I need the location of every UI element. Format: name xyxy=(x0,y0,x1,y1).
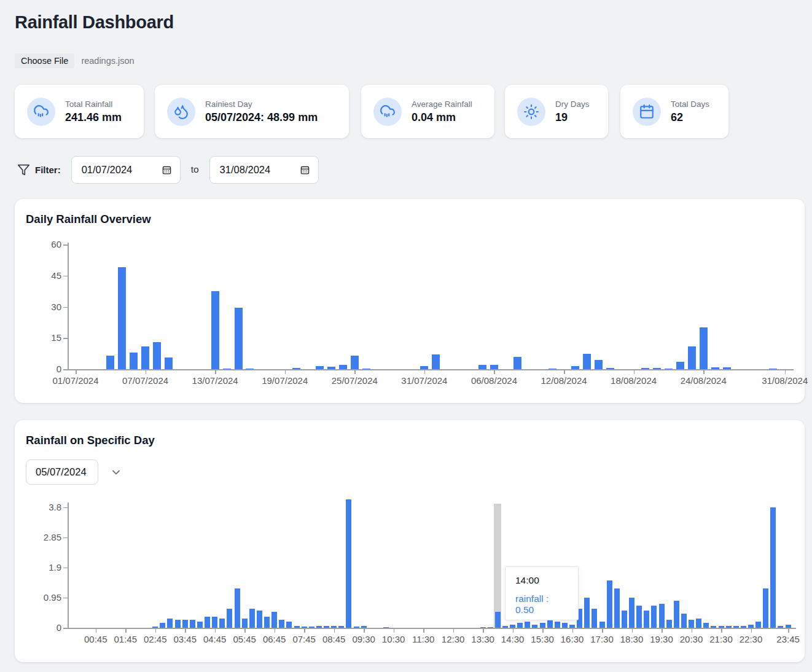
bar[interactable] xyxy=(641,368,649,369)
bar[interactable] xyxy=(480,627,486,628)
bar[interactable] xyxy=(653,368,661,369)
bar[interactable] xyxy=(562,623,568,628)
bar[interactable] xyxy=(292,368,300,369)
bar[interactable] xyxy=(548,369,556,369)
bar[interactable] xyxy=(665,369,673,369)
bar[interactable] xyxy=(583,354,591,369)
bar[interactable] xyxy=(271,612,277,628)
bar[interactable] xyxy=(362,369,370,369)
bar[interactable] xyxy=(733,626,739,628)
date-from-input[interactable]: 01/07/2024 xyxy=(71,156,181,184)
bar[interactable] xyxy=(167,619,173,628)
bar[interactable] xyxy=(324,626,329,628)
bar[interactable] xyxy=(591,609,597,628)
bar[interactable] xyxy=(689,620,694,628)
bar[interactable] xyxy=(279,620,284,628)
bar[interactable] xyxy=(106,356,114,369)
bar[interactable] xyxy=(327,367,335,369)
bar[interactable] xyxy=(622,611,627,628)
bar[interactable] xyxy=(286,622,292,628)
bar[interactable] xyxy=(338,626,344,628)
bar[interactable] xyxy=(666,620,672,628)
bar[interactable] xyxy=(257,611,262,628)
bar[interactable] xyxy=(302,627,307,628)
bar[interactable] xyxy=(696,619,701,628)
bar[interactable] xyxy=(525,622,530,628)
bar[interactable] xyxy=(346,499,351,628)
bar[interactable] xyxy=(141,346,149,369)
bar[interactable] xyxy=(490,365,498,369)
calendar-picker-icon[interactable] xyxy=(300,165,310,175)
bar[interactable] xyxy=(659,604,665,628)
bar[interactable] xyxy=(786,625,791,628)
bar[interactable] xyxy=(607,580,612,628)
bar[interactable] xyxy=(719,626,724,628)
bar[interactable] xyxy=(595,360,603,369)
bar[interactable] xyxy=(755,622,761,628)
bar[interactable] xyxy=(223,369,231,369)
bar[interactable] xyxy=(432,354,440,369)
bar[interactable] xyxy=(354,627,359,628)
bar[interactable] xyxy=(361,626,367,628)
bar[interactable] xyxy=(688,346,696,369)
bar[interactable] xyxy=(246,369,254,369)
bar[interactable] xyxy=(235,588,240,628)
bar[interactable] xyxy=(703,623,709,628)
bar[interactable] xyxy=(636,606,642,628)
bar[interactable] xyxy=(420,366,428,369)
bar[interactable] xyxy=(153,342,161,369)
bar[interactable] xyxy=(723,367,731,369)
bar[interactable] xyxy=(614,588,620,628)
bar[interactable] xyxy=(219,619,225,628)
bar[interactable] xyxy=(629,598,634,628)
bar[interactable] xyxy=(681,614,687,628)
bar[interactable] xyxy=(383,627,389,628)
bar[interactable] xyxy=(651,606,657,628)
bar[interactable] xyxy=(316,626,322,628)
bar[interactable] xyxy=(676,362,684,369)
bar[interactable] xyxy=(769,369,777,369)
bar[interactable] xyxy=(309,627,314,628)
bar[interactable] xyxy=(711,626,716,628)
bar[interactable] xyxy=(555,622,560,628)
bar[interactable] xyxy=(763,588,768,628)
bar[interactable] xyxy=(517,623,523,628)
bar[interactable] xyxy=(249,609,255,628)
bar[interactable] xyxy=(644,611,649,628)
bar[interactable] xyxy=(741,626,746,628)
bar[interactable] xyxy=(748,625,754,628)
bar[interactable] xyxy=(351,356,359,369)
bar[interactable] xyxy=(726,626,732,628)
calendar-picker-icon[interactable] xyxy=(162,165,172,175)
bar[interactable] xyxy=(339,365,347,369)
date-to-input[interactable]: 31/08/2024 xyxy=(209,156,319,184)
bar[interactable] xyxy=(227,609,232,628)
bar[interactable] xyxy=(540,623,545,628)
bar[interactable] xyxy=(182,620,188,628)
bar[interactable] xyxy=(478,365,486,369)
bar[interactable] xyxy=(502,626,508,628)
bar[interactable] xyxy=(513,357,521,369)
bar[interactable] xyxy=(331,626,337,628)
bar[interactable] xyxy=(510,625,515,628)
bar[interactable] xyxy=(599,622,605,628)
bar[interactable] xyxy=(674,601,679,628)
bar[interactable] xyxy=(152,627,158,628)
bar[interactable] xyxy=(571,366,579,369)
bar[interactable] xyxy=(778,626,783,628)
bar[interactable] xyxy=(242,619,248,628)
bar[interactable] xyxy=(175,620,181,628)
bar[interactable] xyxy=(316,366,324,369)
bar[interactable] xyxy=(212,617,217,628)
bar[interactable] xyxy=(118,267,126,369)
bar[interactable] xyxy=(495,612,501,628)
bar[interactable] xyxy=(235,308,243,369)
bar[interactable] xyxy=(770,507,776,628)
choose-file-button[interactable]: Choose File xyxy=(15,53,74,68)
bar[interactable] xyxy=(160,623,165,628)
bar[interactable] xyxy=(294,626,300,628)
bar[interactable] xyxy=(205,617,210,628)
bar[interactable] xyxy=(532,625,537,628)
bar[interactable] xyxy=(264,617,270,628)
bar[interactable] xyxy=(190,620,195,628)
